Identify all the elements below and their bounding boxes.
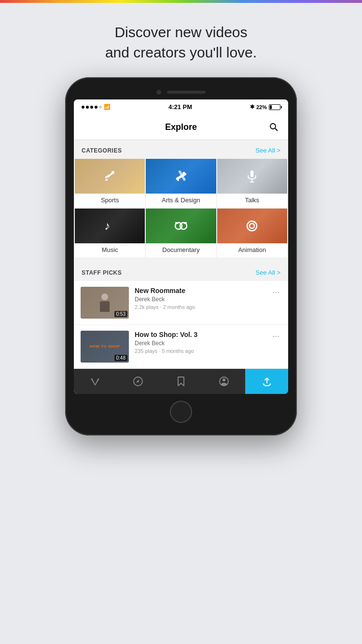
- upload-icon: [262, 376, 272, 387]
- video-meta-roommate: 2.2k plays · 2 months ago: [135, 304, 265, 310]
- home-button[interactable]: [170, 401, 192, 423]
- svg-text:♪: ♪: [104, 219, 110, 232]
- signal-dot-4: [95, 106, 97, 109]
- svg-point-7: [182, 172, 185, 175]
- profile-icon: [219, 376, 229, 387]
- video-item-roommate[interactable]: 0:53 New Roommate Derek Beck 2.2k plays …: [74, 281, 288, 325]
- signal-dot-2: [86, 106, 89, 109]
- category-documentary[interactable]: Documentary: [146, 209, 216, 257]
- phone-body: 📶 4:21 PM ✱ 22% Explore: [65, 77, 297, 435]
- category-music[interactable]: ♪ Music: [75, 209, 145, 257]
- compass-icon: [133, 376, 143, 387]
- signal-dot-5: [99, 106, 102, 109]
- categories-header: CATEGORIES See All >: [74, 140, 288, 159]
- video-duration-roommate: 0:53: [114, 311, 127, 317]
- phone-top: [74, 86, 288, 99]
- category-arts-thumb: [146, 159, 216, 194]
- nav-profile[interactable]: [202, 369, 245, 394]
- status-right: ✱ 22%: [250, 104, 280, 110]
- category-music-label: Music: [75, 243, 145, 257]
- sports-icon: [101, 168, 119, 185]
- nav-library[interactable]: [160, 369, 203, 394]
- category-animation-thumb: [217, 209, 287, 243]
- video-thumb-roommate: 0:53: [81, 287, 129, 319]
- status-left: 📶: [82, 104, 111, 110]
- documentary-icon: [172, 217, 190, 235]
- category-sports[interactable]: Sports: [75, 159, 145, 208]
- search-button[interactable]: [267, 120, 280, 134]
- animation-icon: [243, 217, 261, 235]
- camera-dot: [156, 90, 161, 95]
- category-animation[interactable]: Animation: [217, 209, 287, 257]
- categories-grid: Sports Arts & Design: [74, 159, 288, 258]
- svg-line-1: [275, 128, 278, 131]
- svg-rect-9: [251, 170, 253, 177]
- category-documentary-thumb: [146, 209, 216, 243]
- staff-picks-header: STAFF PICKS See All >: [74, 262, 288, 281]
- speaker-bar: [167, 91, 206, 94]
- category-music-thumb: ♪: [75, 209, 145, 243]
- video-creator-roommate: Derek Beck: [135, 296, 265, 303]
- video-meta-shop: 235 plays · 5 months ago: [135, 348, 265, 354]
- category-arts-label: Arts & Design: [146, 194, 216, 208]
- svg-marker-22: [136, 379, 139, 383]
- svg-point-24: [223, 378, 225, 381]
- svg-rect-16: [184, 222, 187, 224]
- category-talks[interactable]: Talks: [217, 159, 287, 208]
- video-duration-shop: 0:48: [114, 355, 127, 361]
- svg-point-18: [250, 224, 254, 228]
- app-header: Explore: [74, 114, 288, 140]
- signal-dot-3: [90, 106, 93, 109]
- nav-home[interactable]: [74, 369, 117, 394]
- svg-point-0: [270, 124, 276, 129]
- staff-picks-see-all[interactable]: See All >: [255, 269, 280, 276]
- category-sports-thumb: [75, 159, 145, 194]
- video-item-shop[interactable]: HOW TO SHOP 0:48 How to Shop: Vol. 3 Der…: [74, 325, 288, 369]
- phone-bottom: [74, 394, 288, 427]
- video-thumb-shop: HOW TO SHOP 0:48: [81, 331, 129, 363]
- staff-picks-title: STAFF PICKS: [82, 269, 122, 276]
- search-icon: [269, 122, 278, 132]
- app-title: Explore: [95, 122, 267, 132]
- video-title-shop: How to Shop: Vol. 3: [135, 331, 265, 338]
- video-creator-shop: Derek Beck: [135, 340, 265, 347]
- status-time: 4:21 PM: [168, 103, 192, 111]
- svg-rect-15: [175, 222, 178, 224]
- video-title-roommate: New Roommate: [135, 287, 265, 294]
- status-bar: 📶 4:21 PM ✱ 22%: [74, 99, 288, 114]
- staff-picks-section: STAFF PICKS See All > 0:53: [74, 262, 288, 369]
- svg-point-17: [247, 221, 257, 231]
- signal-dot-1: [82, 106, 84, 109]
- wifi-icon: 📶: [104, 104, 111, 110]
- talks-icon: [243, 168, 261, 185]
- nav-explore[interactable]: [117, 369, 160, 394]
- svg-point-8: [177, 179, 179, 181]
- video-more-roommate[interactable]: ···: [270, 287, 281, 297]
- nav-upload[interactable]: [245, 369, 288, 394]
- video-info-shop: How to Shop: Vol. 3 Derek Beck 235 plays…: [135, 331, 265, 354]
- video-more-shop[interactable]: ···: [270, 331, 281, 341]
- battery-fill: [270, 105, 272, 109]
- category-arts[interactable]: Arts & Design: [146, 159, 216, 208]
- bluetooth-icon: ✱: [250, 104, 254, 110]
- bookmark-icon: [176, 376, 186, 387]
- signal-dots: [82, 106, 102, 109]
- category-talks-label: Talks: [217, 194, 287, 208]
- phone-screen: 📶 4:21 PM ✱ 22% Explore: [74, 99, 288, 394]
- battery-icon: [269, 104, 280, 110]
- video-info-roommate: New Roommate Derek Beck 2.2k plays · 2 m…: [135, 287, 265, 310]
- category-sports-label: Sports: [75, 194, 145, 208]
- battery-percent: 22%: [256, 104, 267, 110]
- vimeo-v-icon: [90, 376, 100, 387]
- category-animation-label: Animation: [217, 243, 287, 257]
- video-list: 0:53 New Roommate Derek Beck 2.2k plays …: [74, 281, 288, 369]
- categories-title: CATEGORIES: [82, 147, 122, 154]
- svg-point-19: [253, 221, 255, 223]
- categories-see-all[interactable]: See All >: [255, 147, 280, 154]
- content-area: CATEGORIES See All >: [74, 140, 288, 369]
- music-icon: ♪: [101, 217, 119, 235]
- category-documentary-label: Documentary: [146, 243, 216, 257]
- bottom-nav: [74, 369, 288, 394]
- arts-icon: [172, 168, 190, 185]
- person-figure: [100, 294, 110, 312]
